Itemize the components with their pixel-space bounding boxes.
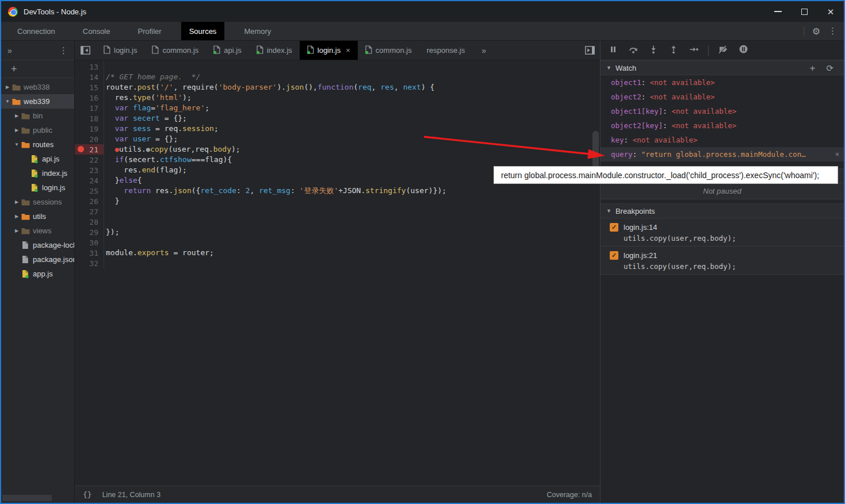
tree-item-public[interactable]: ▶public	[1, 123, 74, 137]
gutter-line-number[interactable]: 15	[75, 82, 104, 93]
breakpoints-section-header[interactable]: ▼ Breakpoints	[601, 203, 844, 218]
line-number: 28	[89, 218, 98, 226]
more-file-tabs-icon[interactable]: »	[472, 41, 495, 60]
gutter-line-number[interactable]: 27	[75, 206, 104, 217]
tree-item-sessions[interactable]: ▶sessions	[1, 195, 74, 209]
breakpoint-gutter[interactable]: 21	[75, 144, 104, 155]
gutter-line-number[interactable]: 22	[75, 155, 104, 165]
deactivate-breakpoints-button[interactable]	[717, 45, 729, 56]
breakpoint-entry-login.js:14[interactable]: ✓login.js:14utils.copy(user,req.body);	[601, 218, 844, 247]
pretty-print-icon[interactable]: {}	[83, 490, 92, 499]
watch-expression-object2[key][interactable]: object2[key]: <not available>	[601, 118, 844, 133]
file-tab-login.js[interactable]: login.js	[96, 41, 144, 60]
tab-memory[interactable]: Memory	[236, 22, 279, 40]
tree-item-label: utils	[33, 212, 46, 221]
tree-item-views[interactable]: ▶views	[1, 224, 74, 238]
gutter-line-number[interactable]: 30	[75, 237, 104, 248]
watch-section-header[interactable]: ▼ Watch + ⟳	[601, 60, 844, 75]
tree-item-package-lock.json[interactable]: package-lock.json	[1, 238, 74, 252]
gutter-line-number[interactable]: 29	[75, 227, 104, 237]
tree-item-web339[interactable]: ▼web339	[1, 94, 74, 109]
step-button[interactable]	[688, 45, 699, 56]
gutter-line-number[interactable]: 31	[75, 248, 104, 258]
more-navigator-tabs-icon[interactable]: »	[7, 46, 12, 55]
close-button[interactable]: ✕	[817, 1, 844, 22]
open-drawer-button[interactable]	[579, 41, 600, 60]
tree-item-app.js[interactable]: app.js	[1, 267, 74, 281]
step-into-button[interactable]	[648, 45, 659, 56]
maximize-button[interactable]	[791, 1, 817, 22]
tree-item-utils[interactable]: ▶utils	[1, 209, 74, 224]
tree-item-index.js[interactable]: index.js	[1, 166, 74, 180]
tab-sources[interactable]: Sources	[181, 22, 225, 40]
tree-item-routes[interactable]: ▼routes	[1, 137, 74, 152]
step-out-button[interactable]	[668, 45, 679, 56]
tree-arrow-icon[interactable]: ▶	[13, 228, 21, 233]
gutter-line-number[interactable]: 28	[75, 217, 104, 227]
file-tab-login.js[interactable]: login.js×	[300, 41, 358, 60]
file-tab-index.js[interactable]: index.js	[249, 41, 300, 60]
tree-arrow-icon[interactable]: ▶	[13, 199, 21, 205]
gutter-line-number[interactable]: 23	[75, 165, 104, 175]
pause-on-exceptions-button[interactable]	[737, 45, 749, 56]
tree-arrow-icon[interactable]: ▼	[3, 99, 12, 104]
tab-profiler[interactable]: Profiler	[129, 22, 169, 40]
pause-button[interactable]	[607, 45, 619, 56]
navigator-kebab-menu-icon[interactable]: ⋮	[59, 45, 68, 56]
file-tab-api.js[interactable]: api.js	[206, 41, 248, 60]
tree-arrow-icon[interactable]: ▶	[13, 113, 21, 118]
tab-console[interactable]: Console	[75, 22, 118, 40]
editor-column: login.jscommon.jsapi.jsindex.jslogin.js×…	[75, 41, 600, 503]
file-tab-common.js[interactable]: common.js	[358, 41, 419, 60]
watch-expression-object1[key][interactable]: object1[key]: <not available>	[601, 104, 844, 118]
gutter-line-number[interactable]: 13	[75, 61, 104, 72]
tree-item-login.js[interactable]: login.js	[1, 180, 74, 195]
line-number: 16	[89, 94, 98, 102]
watch-expression-object1[interactable]: object1: <not available>	[601, 75, 844, 90]
gutter-line-number[interactable]: 26	[75, 196, 104, 206]
gutter-line-number[interactable]: 18	[75, 113, 104, 124]
tree-arrow-icon[interactable]: ▼	[13, 142, 21, 147]
tree-arrow-icon[interactable]: ▶	[3, 84, 12, 90]
breakpoint-checkbox[interactable]: ✓	[610, 223, 618, 232]
debugger-toolbar	[601, 41, 844, 60]
gutter-line-number[interactable]: 19	[75, 124, 104, 134]
tree-item-package.json[interactable]: package.json	[1, 252, 74, 267]
watch-expression-key[interactable]: key: <not available>	[601, 133, 844, 147]
gutter-line-number[interactable]: 32	[75, 258, 104, 268]
breakpoint-entry-login.js:21[interactable]: ✓login.js:21utils.copy(user,req.body);	[601, 247, 844, 275]
gutter-line-number[interactable]: 16	[75, 93, 104, 103]
breakpoint-checkbox[interactable]: ✓	[610, 251, 618, 260]
add-watch-expression-icon[interactable]: +	[809, 63, 815, 73]
tree-item-bin[interactable]: ▶bin	[1, 109, 74, 123]
gutter-line-number[interactable]: 24	[75, 175, 104, 186]
sidebar-horizontal-scrollbar[interactable]	[2, 495, 52, 501]
tree-arrow-icon[interactable]: ▶	[13, 128, 21, 133]
tree-item-web338[interactable]: ▶web338	[1, 80, 74, 94]
refresh-watch-icon[interactable]: ⟳	[826, 64, 833, 72]
minimize-button[interactable]	[764, 1, 791, 22]
tree-item-api.js[interactable]: api.js	[1, 152, 74, 166]
tree-arrow-icon[interactable]: ▶	[13, 214, 21, 219]
kebab-menu-icon[interactable]: ⋮	[828, 26, 837, 36]
file-tree: ▶web338▼web339▶bin▶public▼routesapi.jsin…	[1, 78, 74, 503]
hide-navigator-button[interactable]	[75, 41, 96, 60]
close-tab-icon[interactable]: ×	[346, 46, 350, 55]
gutter-line-number[interactable]: 14	[75, 72, 104, 82]
add-folder-button[interactable]: +	[11, 63, 17, 75]
tree-item-label: bin	[33, 111, 43, 120]
code-text: });	[104, 227, 119, 237]
file-tab-common.js[interactable]: common.js	[144, 41, 206, 60]
gutter-line-number[interactable]: 20	[75, 134, 104, 144]
tab-connection[interactable]: Connection	[9, 22, 63, 40]
delete-watch-icon[interactable]: ×	[835, 151, 839, 159]
watch-expression-object2[interactable]: object2: <not available>	[601, 90, 844, 104]
file-tab-response.js[interactable]: response.js	[419, 41, 472, 60]
settings-gear-icon[interactable]: ⚙	[812, 26, 820, 37]
gutter-line-number[interactable]: 25	[75, 186, 104, 196]
watch-value: <not available>	[671, 107, 736, 116]
watch-expression-query[interactable]: query: "return global.process.mainModule…	[601, 147, 844, 161]
gutter-line-number[interactable]: 17	[75, 103, 104, 113]
step-over-button[interactable]	[628, 45, 639, 56]
line-number: 29	[89, 228, 98, 237]
